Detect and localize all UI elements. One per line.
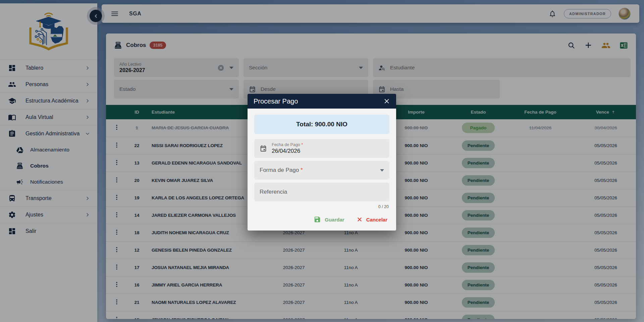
fecha-de-pago-value: 26/04/2026	[272, 148, 303, 154]
forma-de-pago-label: Forma de Pago *	[260, 167, 303, 174]
modal-actions: Guardar Cancelar	[254, 216, 389, 224]
fecha-de-pago-field[interactable]: Fecha de Pago * 26/04/2026	[254, 139, 389, 158]
caret-down-icon	[380, 169, 384, 172]
referencia-placeholder: Referencia	[260, 189, 287, 195]
cancel-x-icon	[357, 216, 363, 222]
fecha-de-pago-label: Fecha de Pago *	[272, 142, 303, 147]
forma-de-pago-select[interactable]: Forma de Pago *	[254, 161, 389, 180]
calendar-icon	[260, 145, 267, 152]
save-icon	[314, 216, 321, 223]
procesar-pago-modal: Procesar Pago Total: 900.00 NIO Fecha de…	[248, 94, 396, 231]
modal-body: Total: 900.00 NIO Fecha de Pago * 26/04/…	[248, 109, 396, 231]
char-counter: 0 / 20	[254, 204, 389, 209]
app-root: Tablero Personas Estructura Académica Au…	[0, 0, 644, 322]
cancel-button[interactable]: Cancelar	[357, 216, 387, 222]
total-amount: Total: 900.00 NIO	[254, 115, 389, 134]
close-icon[interactable]	[383, 98, 390, 105]
save-button[interactable]: Guardar	[314, 216, 344, 223]
modal-title: Procesar Pago	[254, 98, 298, 105]
modal-header: Procesar Pago	[248, 94, 396, 109]
referencia-input[interactable]: Referencia	[254, 183, 389, 201]
